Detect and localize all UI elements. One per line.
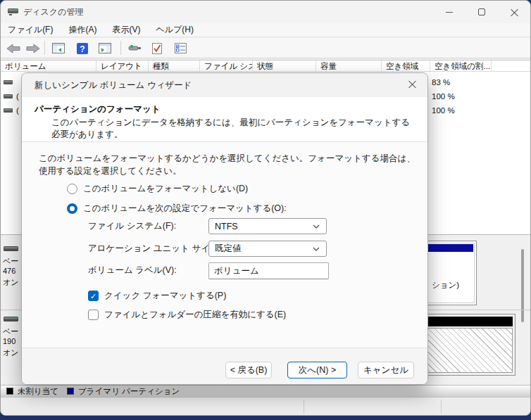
menu-action[interactable]: 操作(A)	[68, 24, 96, 36]
forward-button[interactable]	[25, 40, 42, 56]
disk-label-line: ベー	[3, 326, 18, 337]
disk-icon	[4, 315, 19, 324]
task-list-icon	[175, 43, 187, 53]
close-button[interactable]	[498, 1, 530, 23]
column-header-layout[interactable]: レイアウト	[96, 61, 149, 71]
dialog-footer: < 戻る(B) 次へ(N) > キャンセル	[22, 348, 427, 384]
volume-icon	[4, 79, 13, 87]
menu-view[interactable]: 表示(V)	[112, 24, 140, 36]
status-separator	[441, 400, 442, 414]
radio-label: このボリュームをフォーマットしない(D)	[83, 183, 248, 195]
format-intro-text: このボリュームをフォーマットするかどうかを選択してください。フォーマットする場合…	[39, 152, 416, 177]
column-header-capacity[interactable]: 容量	[316, 61, 382, 71]
disk-icon	[4, 245, 19, 253]
column-header-volume[interactable]: ボリューム	[1, 61, 96, 71]
allocation-unit-size-value: 既定値	[215, 243, 242, 255]
status-separator	[304, 400, 304, 414]
volume-list-header: ボリューム レイアウト 種類 ファイル システム 状態 容量 空き領域 空き領域…	[1, 60, 531, 72]
svg-text:?: ?	[80, 44, 85, 53]
checkbox-label: ファイルとフォルダーの圧縮を有効にする(E)	[104, 309, 286, 321]
radio-format-with-settings[interactable]: このボリュームを次の設定でフォーマットする(O):	[67, 203, 287, 215]
disk-label-line: オン	[3, 348, 19, 358]
action-pane-icon	[99, 43, 111, 53]
volume-name: (	[16, 106, 19, 115]
action-pane-button[interactable]	[96, 40, 113, 56]
disk-label-line: ベー	[3, 256, 18, 267]
unallocated-legend-label: 未割り当て	[18, 386, 58, 397]
minimize-icon	[446, 12, 453, 13]
task-list-button[interactable]	[172, 40, 189, 56]
free-percent-value: 83 %	[432, 78, 450, 87]
disk-label-line: 476	[3, 267, 15, 275]
next-button[interactable]: 次へ(N) >	[287, 362, 347, 378]
volume-name: (	[16, 92, 19, 101]
console-tree-button[interactable]	[50, 40, 67, 56]
toolbar-separator	[120, 41, 121, 55]
toolbar: ?	[1, 38, 530, 58]
properties-button[interactable]	[126, 40, 143, 56]
close-icon	[511, 8, 518, 16]
menu-bar: ファイル(F) 操作(A) 表示(V) ヘルプ(H)	[1, 23, 530, 37]
forward-icon	[26, 44, 40, 53]
legend-bar: 未割り当て プライマリ パーティション	[1, 385, 531, 397]
primary-partition-legend-swatch	[67, 388, 74, 395]
radio-label: このボリュームを次の設定でフォーマットする(O):	[83, 203, 287, 215]
free-percent-value: 100 %	[432, 92, 455, 101]
toolbar-separator	[44, 41, 45, 55]
column-header-status[interactable]: 状態	[253, 61, 316, 71]
checkbox-unchecked-icon	[88, 310, 99, 320]
disk-label-line: オン	[3, 277, 19, 288]
quick-format-checkbox[interactable]: クイック フォーマットする(P)	[88, 290, 226, 302]
help-icon: ?	[77, 43, 88, 54]
enable-compression-checkbox[interactable]: ファイルとフォルダーの圧縮を有効にする(E)	[88, 309, 286, 321]
chevron-down-icon	[312, 246, 320, 252]
title-bar: ディスクの管理	[1, 1, 530, 23]
status-bar	[1, 397, 531, 416]
dialog-header: パーティションのフォーマット このパーティションにデータを格納するには、最初にパ…	[22, 97, 427, 142]
console-tree-icon	[52, 43, 65, 53]
chevron-down-icon	[312, 224, 320, 229]
disk-management-app-icon	[8, 8, 19, 16]
dialog-title: 新しいシンプル ボリューム ウィザード	[35, 79, 192, 91]
menu-help[interactable]: ヘルプ(H)	[156, 24, 194, 36]
dialog-close-button[interactable]	[407, 80, 418, 91]
radio-do-not-format[interactable]: このボリュームをフォーマットしない(D)	[67, 183, 248, 195]
volume-icon	[4, 94, 13, 101]
volume-label-input[interactable]	[208, 262, 329, 279]
dialog-title-bar: 新しいシンプル ボリューム ウィザード	[22, 73, 427, 97]
menu-file[interactable]: ファイル(F)	[8, 24, 53, 36]
file-system-value: NTFS	[215, 222, 238, 231]
checkbox-label: クイック フォーマットする(P)	[104, 290, 226, 302]
file-system-select[interactable]: NTFS	[208, 218, 327, 234]
help-button[interactable]: ?	[74, 40, 91, 56]
vertical-scrollbar-thumb[interactable]	[521, 249, 524, 322]
partition-caption: ション)	[432, 280, 459, 291]
unallocated-legend-swatch	[6, 388, 13, 395]
maximize-button[interactable]	[466, 1, 498, 23]
volume-label-label: ボリューム ラベル(V):	[88, 262, 177, 279]
back-button[interactable]: < 戻る(B)	[225, 362, 272, 378]
window-title: ディスクの管理	[23, 6, 83, 18]
cancel-button[interactable]: キャンセル	[358, 362, 414, 378]
close-icon	[408, 80, 416, 88]
volume-icon	[4, 108, 13, 115]
properties-icon	[128, 43, 142, 53]
free-percent-value: 100 %	[432, 106, 455, 115]
column-header-empty	[492, 61, 531, 71]
new-simple-volume-wizard-dialog: 新しいシンプル ボリューム ウィザード パーティションのフォーマット このパーテ…	[21, 72, 428, 385]
radio-icon	[67, 184, 77, 194]
column-header-filesystem[interactable]: ファイル システム	[200, 61, 253, 71]
column-header-free-space[interactable]: 空き領域	[382, 61, 430, 71]
file-system-label: ファイル システム(F):	[88, 218, 176, 234]
checkbox-checked-icon	[88, 291, 99, 301]
allocation-unit-size-select[interactable]: 既定値	[208, 241, 327, 257]
check-document-icon	[151, 43, 163, 54]
minimize-button[interactable]	[433, 1, 466, 23]
check-document-button[interactable]	[149, 40, 165, 56]
back-button[interactable]	[5, 40, 22, 56]
column-header-type[interactable]: 種類	[149, 61, 200, 71]
page-description: このパーティションにデータを格納するには、最初にパーティションをフォーマットする…	[51, 117, 411, 141]
column-header-free-percent[interactable]: 空き領域の割...	[430, 61, 492, 71]
radio-selected-icon	[67, 203, 77, 214]
page-title: パーティションのフォーマット	[35, 103, 161, 115]
